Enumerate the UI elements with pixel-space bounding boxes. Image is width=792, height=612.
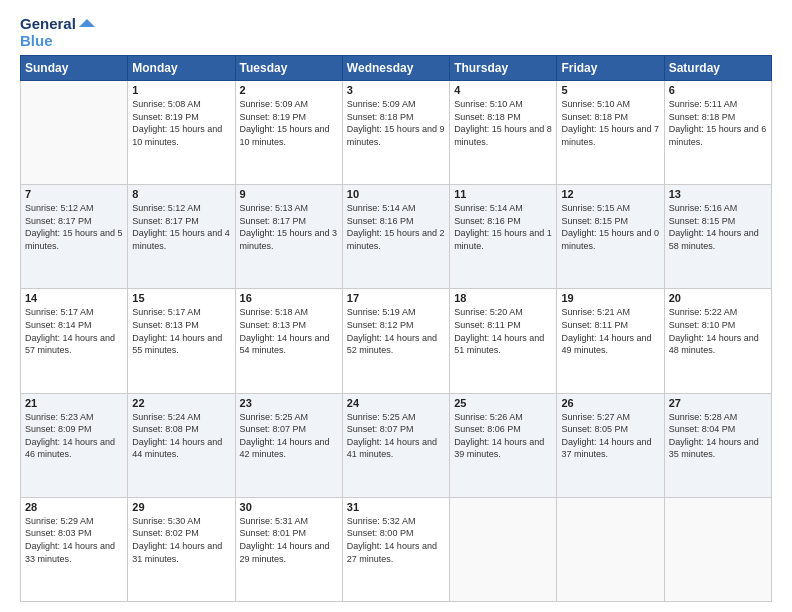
logo: General Blue <box>20 16 95 49</box>
calendar-cell: 3Sunrise: 5:09 AMSunset: 8:18 PMDaylight… <box>342 81 449 185</box>
day-info: Sunrise: 5:14 AMSunset: 8:16 PMDaylight:… <box>454 202 552 252</box>
calendar-cell: 29Sunrise: 5:30 AMSunset: 8:02 PMDayligh… <box>128 497 235 601</box>
day-number: 29 <box>132 501 230 513</box>
day-number: 26 <box>561 397 659 409</box>
day-number: 28 <box>25 501 123 513</box>
calendar-cell: 23Sunrise: 5:25 AMSunset: 8:07 PMDayligh… <box>235 393 342 497</box>
day-info: Sunrise: 5:10 AMSunset: 8:18 PMDaylight:… <box>561 98 659 148</box>
col-header-friday: Friday <box>557 56 664 81</box>
calendar: SundayMondayTuesdayWednesdayThursdayFrid… <box>20 55 772 602</box>
calendar-cell: 9Sunrise: 5:13 AMSunset: 8:17 PMDaylight… <box>235 185 342 289</box>
calendar-cell: 21Sunrise: 5:23 AMSunset: 8:09 PMDayligh… <box>21 393 128 497</box>
day-info: Sunrise: 5:32 AMSunset: 8:00 PMDaylight:… <box>347 515 445 565</box>
calendar-week-row: 14Sunrise: 5:17 AMSunset: 8:14 PMDayligh… <box>21 289 772 393</box>
calendar-cell: 8Sunrise: 5:12 AMSunset: 8:17 PMDaylight… <box>128 185 235 289</box>
day-info: Sunrise: 5:21 AMSunset: 8:11 PMDaylight:… <box>561 306 659 356</box>
day-number: 21 <box>25 397 123 409</box>
calendar-cell: 11Sunrise: 5:14 AMSunset: 8:16 PMDayligh… <box>450 185 557 289</box>
day-info: Sunrise: 5:29 AMSunset: 8:03 PMDaylight:… <box>25 515 123 565</box>
day-number: 2 <box>240 84 338 96</box>
day-info: Sunrise: 5:13 AMSunset: 8:17 PMDaylight:… <box>240 202 338 252</box>
day-number: 11 <box>454 188 552 200</box>
calendar-cell: 31Sunrise: 5:32 AMSunset: 8:00 PMDayligh… <box>342 497 449 601</box>
calendar-cell: 1Sunrise: 5:08 AMSunset: 8:19 PMDaylight… <box>128 81 235 185</box>
day-number: 23 <box>240 397 338 409</box>
calendar-cell <box>21 81 128 185</box>
calendar-cell: 13Sunrise: 5:16 AMSunset: 8:15 PMDayligh… <box>664 185 771 289</box>
day-info: Sunrise: 5:10 AMSunset: 8:18 PMDaylight:… <box>454 98 552 148</box>
day-number: 1 <box>132 84 230 96</box>
day-number: 17 <box>347 292 445 304</box>
col-header-sunday: Sunday <box>21 56 128 81</box>
col-header-monday: Monday <box>128 56 235 81</box>
calendar-cell: 28Sunrise: 5:29 AMSunset: 8:03 PMDayligh… <box>21 497 128 601</box>
calendar-cell: 12Sunrise: 5:15 AMSunset: 8:15 PMDayligh… <box>557 185 664 289</box>
day-number: 6 <box>669 84 767 96</box>
calendar-cell: 5Sunrise: 5:10 AMSunset: 8:18 PMDaylight… <box>557 81 664 185</box>
day-info: Sunrise: 5:17 AMSunset: 8:14 PMDaylight:… <box>25 306 123 356</box>
calendar-cell: 26Sunrise: 5:27 AMSunset: 8:05 PMDayligh… <box>557 393 664 497</box>
col-header-thursday: Thursday <box>450 56 557 81</box>
day-info: Sunrise: 5:25 AMSunset: 8:07 PMDaylight:… <box>347 411 445 461</box>
calendar-cell: 14Sunrise: 5:17 AMSunset: 8:14 PMDayligh… <box>21 289 128 393</box>
calendar-week-row: 7Sunrise: 5:12 AMSunset: 8:17 PMDaylight… <box>21 185 772 289</box>
calendar-cell: 6Sunrise: 5:11 AMSunset: 8:18 PMDaylight… <box>664 81 771 185</box>
day-info: Sunrise: 5:08 AMSunset: 8:19 PMDaylight:… <box>132 98 230 148</box>
calendar-header-row: SundayMondayTuesdayWednesdayThursdayFrid… <box>21 56 772 81</box>
day-info: Sunrise: 5:24 AMSunset: 8:08 PMDaylight:… <box>132 411 230 461</box>
calendar-cell: 7Sunrise: 5:12 AMSunset: 8:17 PMDaylight… <box>21 185 128 289</box>
calendar-cell: 22Sunrise: 5:24 AMSunset: 8:08 PMDayligh… <box>128 393 235 497</box>
day-number: 13 <box>669 188 767 200</box>
calendar-cell <box>664 497 771 601</box>
day-number: 16 <box>240 292 338 304</box>
calendar-cell <box>450 497 557 601</box>
day-info: Sunrise: 5:14 AMSunset: 8:16 PMDaylight:… <box>347 202 445 252</box>
calendar-cell: 19Sunrise: 5:21 AMSunset: 8:11 PMDayligh… <box>557 289 664 393</box>
day-number: 19 <box>561 292 659 304</box>
day-number: 22 <box>132 397 230 409</box>
day-number: 14 <box>25 292 123 304</box>
day-info: Sunrise: 5:31 AMSunset: 8:01 PMDaylight:… <box>240 515 338 565</box>
calendar-cell: 25Sunrise: 5:26 AMSunset: 8:06 PMDayligh… <box>450 393 557 497</box>
calendar-cell: 24Sunrise: 5:25 AMSunset: 8:07 PMDayligh… <box>342 393 449 497</box>
day-info: Sunrise: 5:27 AMSunset: 8:05 PMDaylight:… <box>561 411 659 461</box>
day-info: Sunrise: 5:16 AMSunset: 8:15 PMDaylight:… <box>669 202 767 252</box>
calendar-week-row: 21Sunrise: 5:23 AMSunset: 8:09 PMDayligh… <box>21 393 772 497</box>
day-number: 8 <box>132 188 230 200</box>
day-number: 5 <box>561 84 659 96</box>
day-info: Sunrise: 5:26 AMSunset: 8:06 PMDaylight:… <box>454 411 552 461</box>
day-info: Sunrise: 5:23 AMSunset: 8:09 PMDaylight:… <box>25 411 123 461</box>
calendar-cell: 15Sunrise: 5:17 AMSunset: 8:13 PMDayligh… <box>128 289 235 393</box>
day-info: Sunrise: 5:28 AMSunset: 8:04 PMDaylight:… <box>669 411 767 461</box>
calendar-cell: 10Sunrise: 5:14 AMSunset: 8:16 PMDayligh… <box>342 185 449 289</box>
day-info: Sunrise: 5:09 AMSunset: 8:19 PMDaylight:… <box>240 98 338 148</box>
day-number: 12 <box>561 188 659 200</box>
calendar-week-row: 28Sunrise: 5:29 AMSunset: 8:03 PMDayligh… <box>21 497 772 601</box>
day-info: Sunrise: 5:09 AMSunset: 8:18 PMDaylight:… <box>347 98 445 148</box>
calendar-cell: 17Sunrise: 5:19 AMSunset: 8:12 PMDayligh… <box>342 289 449 393</box>
day-number: 20 <box>669 292 767 304</box>
calendar-cell: 16Sunrise: 5:18 AMSunset: 8:13 PMDayligh… <box>235 289 342 393</box>
day-number: 24 <box>347 397 445 409</box>
day-info: Sunrise: 5:15 AMSunset: 8:15 PMDaylight:… <box>561 202 659 252</box>
col-header-saturday: Saturday <box>664 56 771 81</box>
calendar-cell: 20Sunrise: 5:22 AMSunset: 8:10 PMDayligh… <box>664 289 771 393</box>
day-number: 4 <box>454 84 552 96</box>
day-number: 30 <box>240 501 338 513</box>
day-info: Sunrise: 5:12 AMSunset: 8:17 PMDaylight:… <box>25 202 123 252</box>
calendar-cell: 2Sunrise: 5:09 AMSunset: 8:19 PMDaylight… <box>235 81 342 185</box>
calendar-cell: 4Sunrise: 5:10 AMSunset: 8:18 PMDaylight… <box>450 81 557 185</box>
day-info: Sunrise: 5:11 AMSunset: 8:18 PMDaylight:… <box>669 98 767 148</box>
calendar-cell: 30Sunrise: 5:31 AMSunset: 8:01 PMDayligh… <box>235 497 342 601</box>
day-number: 27 <box>669 397 767 409</box>
day-number: 7 <box>25 188 123 200</box>
calendar-cell: 18Sunrise: 5:20 AMSunset: 8:11 PMDayligh… <box>450 289 557 393</box>
calendar-cell <box>557 497 664 601</box>
day-info: Sunrise: 5:12 AMSunset: 8:17 PMDaylight:… <box>132 202 230 252</box>
day-number: 31 <box>347 501 445 513</box>
col-header-tuesday: Tuesday <box>235 56 342 81</box>
day-info: Sunrise: 5:18 AMSunset: 8:13 PMDaylight:… <box>240 306 338 356</box>
day-number: 3 <box>347 84 445 96</box>
day-info: Sunrise: 5:25 AMSunset: 8:07 PMDaylight:… <box>240 411 338 461</box>
day-number: 9 <box>240 188 338 200</box>
